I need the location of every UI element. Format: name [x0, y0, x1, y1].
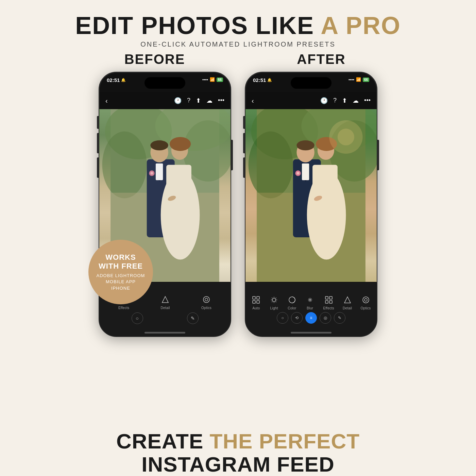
after-battery-badge: 66	[363, 78, 369, 82]
before-after-labels: BEFORE AFTER	[71, 52, 405, 67]
after-circle-tool3[interactable]: ≡	[305, 312, 317, 324]
help-icon[interactable]: ?	[187, 97, 190, 104]
badge-line2: ADOBE LIGHTROOMMOBILE APPIPHONE	[97, 273, 145, 291]
after-circle-tool1[interactable]: ○	[277, 312, 288, 324]
svg-rect-62	[325, 296, 328, 299]
svg-line-56	[276, 302, 276, 302]
svg-rect-64	[325, 301, 328, 303]
svg-point-12	[170, 137, 191, 151]
phones-section: BEFORE AFTER WORKSWITH FREE ADOBE LIGHTR…	[0, 52, 476, 420]
color-icon	[287, 295, 297, 305]
after-phone-outer: 02:51 🔔 ▪▪▪▪ 📶 66	[245, 72, 377, 337]
after-history-icon[interactable]: 🕐	[320, 97, 328, 104]
after-cloud-icon[interactable]: ☁	[353, 97, 359, 104]
svg-point-40	[296, 172, 299, 175]
header-subtitle: ONE-CLICK AUTOMATED LIGHTROOM PRESETS	[75, 40, 401, 48]
status-icons-before: ▪▪▪▪ 📶 66	[202, 77, 223, 82]
after-tool-color[interactable]: Color	[287, 295, 297, 310]
more-icon[interactable]: •••	[218, 97, 224, 104]
side-btn-power	[231, 140, 233, 170]
before-circle-tool1[interactable]: ○	[132, 312, 143, 324]
after-bell-icon: 🔔	[267, 78, 272, 82]
blur-icon	[305, 295, 315, 305]
status-bar-after: 02:51 🔔 ▪▪▪▪ 📶 66	[245, 72, 377, 91]
badge-line1: WORKSWITH FREE	[99, 253, 143, 271]
wifi-icon: 📶	[210, 77, 215, 82]
status-time-after: 02:51 🔔	[253, 77, 272, 83]
toolbar-right-before: 🕐 ? ⬆ ☁ •••	[174, 97, 224, 104]
before-tool-detail[interactable]: Detail	[160, 295, 170, 310]
svg-marker-66	[344, 297, 351, 303]
toolbar-right-after: 🕐 ? ⬆ ☁ •••	[320, 97, 371, 104]
after-optics-label: Optics	[360, 306, 371, 310]
svg-point-67	[363, 297, 369, 303]
svg-line-55	[272, 298, 273, 299]
blur-label: Blur	[307, 306, 313, 310]
cloud-icon[interactable]: ☁	[206, 97, 213, 104]
badge-circle: WORKSWITH FREE ADOBE LIGHTROOMMOBILE APP…	[88, 240, 153, 304]
color-label: Color	[288, 306, 296, 310]
after-help-icon[interactable]: ?	[333, 97, 337, 104]
light-icon	[269, 295, 279, 305]
header: EDIT PHOTOS LIKE A PRO ONE-CLICK AUTOMAT…	[75, 12, 401, 48]
photo-toolbar-before: ‹ 🕐 ? ⬆ ☁ •••	[99, 92, 231, 109]
footer-text: CREATE THE PERFECT INSTAGRAM FEED	[116, 430, 360, 476]
svg-rect-34	[312, 165, 338, 226]
after-tool-effects[interactable]: Effects	[323, 295, 334, 310]
effects-label: Effects	[118, 306, 130, 310]
share-icon[interactable]: ⬆	[196, 97, 201, 104]
after-more-icon[interactable]: •••	[364, 97, 371, 104]
before-phone-wrapper: WORKSWITH FREE ADOBE LIGHTROOMMOBILE APP…	[99, 72, 231, 338]
svg-rect-46	[253, 296, 255, 299]
svg-point-14	[150, 172, 153, 175]
after-circle-tool5[interactable]: ✎	[334, 312, 345, 324]
svg-point-3	[102, 132, 147, 199]
svg-line-58	[272, 302, 273, 302]
after-tool-light[interactable]: Light	[269, 295, 279, 310]
after-tool-detail[interactable]: Detail	[343, 295, 352, 310]
after-share-icon[interactable]: ⬆	[342, 97, 347, 104]
svg-point-36	[296, 140, 314, 150]
battery-badge: 66	[217, 78, 223, 82]
home-indicator-after	[291, 332, 332, 334]
svg-rect-63	[329, 296, 332, 299]
svg-point-24	[205, 298, 208, 301]
before-circle-tool2[interactable]: ✎	[187, 312, 199, 324]
footer-create: CREATE	[116, 429, 210, 453]
before-label: BEFORE	[71, 52, 238, 67]
detail-label: Detail	[160, 306, 170, 310]
history-icon[interactable]: 🕐	[174, 97, 182, 104]
after-detail-label: Detail	[343, 306, 352, 310]
page-wrapper: EDIT PHOTOS LIKE A PRO ONE-CLICK AUTOMAT…	[0, 0, 476, 476]
phones-row: WORKSWITH FREE ADOBE LIGHTROOMMOBILE APP…	[99, 72, 377, 338]
after-tool-auto[interactable]: Auto	[251, 295, 261, 310]
status-icons-after: ▪▪▪▪ 📶 66	[348, 77, 369, 82]
photo-toolbar-after: ‹ 🕐 ? ⬆ ☁ •••	[245, 92, 377, 109]
home-indicator-before	[144, 332, 185, 334]
after-edit-bottom: Auto Light	[245, 283, 377, 336]
after-tool-blur[interactable]: Blur	[305, 295, 315, 310]
back-icon[interactable]: ‹	[105, 97, 108, 105]
after-back-icon[interactable]: ‹	[252, 97, 254, 105]
optics-icon	[202, 295, 211, 304]
after-tools-row2: ○ ⟲ ≡ ◎ ✎	[245, 311, 377, 326]
after-circle-tool2[interactable]: ⟲	[291, 312, 303, 324]
svg-rect-8	[166, 165, 191, 226]
detail-icon	[160, 295, 170, 304]
after-tool-optics[interactable]: Optics	[360, 295, 371, 310]
after-signal-icon: ▪▪▪▪	[348, 77, 354, 82]
after-optics-icon	[361, 295, 371, 305]
bell-icon: 🔔	[121, 78, 126, 82]
after-phone-screen: 02:51 🔔 ▪▪▪▪ 📶 66	[245, 72, 377, 336]
status-bar-before: 02:51 🔔 ▪▪▪▪ 📶 66	[99, 72, 231, 91]
after-couple-svg	[245, 109, 377, 282]
after-circle-tool4[interactable]: ◎	[320, 312, 331, 324]
svg-rect-47	[257, 296, 259, 299]
before-tool-optics[interactable]: Optics	[201, 295, 211, 310]
after-detail-icon	[343, 295, 352, 305]
svg-point-61	[309, 299, 311, 301]
footer-line2: INSTAGRAM FEED	[116, 453, 360, 476]
svg-rect-42	[302, 164, 309, 180]
after-effects-icon	[324, 295, 334, 305]
svg-point-10	[150, 140, 168, 150]
